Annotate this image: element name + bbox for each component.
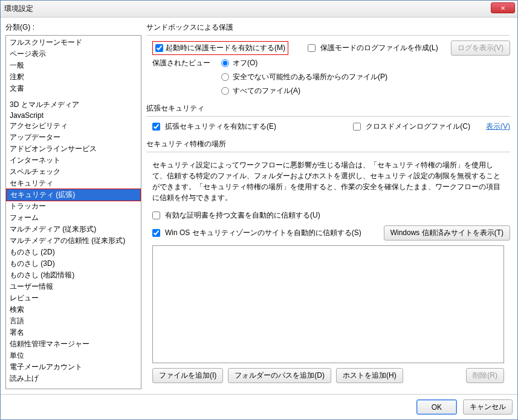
remove-button[interactable]: 削除(R) <box>466 368 504 383</box>
category-item[interactable]: JavaScript <box>6 111 141 120</box>
protected-view-all-label[interactable]: すべてのファイル(A) <box>233 86 300 96</box>
enhanced-enable-label[interactable]: 拡張セキュリティを有効にする(E) <box>165 121 276 132</box>
category-item[interactable]: 署名 <box>6 327 141 338</box>
category-item[interactable]: スペルチェック <box>6 166 141 178</box>
close-icon[interactable]: ✕ <box>491 2 515 13</box>
show-trusted-sites-button[interactable]: Windows 信頼済みサイトを表示(T) <box>384 225 510 241</box>
category-item[interactable]: ユーザー情報 <box>6 281 141 292</box>
category-item[interactable]: 注釈 <box>6 71 141 83</box>
create-log-checkbox[interactable] <box>308 44 316 52</box>
create-log-label[interactable]: 保護モードのログファイルを作成(L) <box>320 43 438 53</box>
category-item[interactable]: 文書 <box>6 83 141 94</box>
cancel-button[interactable]: キャンセル <box>463 399 513 415</box>
enhanced-show-link[interactable]: 表示(V) <box>486 121 510 132</box>
protected-view-all-radio[interactable] <box>221 87 229 95</box>
category-item[interactable]: アドビオンラインサービス <box>6 143 141 155</box>
category-item[interactable]: 信頼性管理マネージャー <box>6 338 141 350</box>
category-item[interactable]: レビュー <box>6 292 141 304</box>
category-item[interactable]: アクセシビリティ <box>6 120 141 132</box>
category-item[interactable]: マルチメディアの信頼性 (従来形式) <box>6 235 141 247</box>
enhanced-group-title: 拡張セキュリティ <box>146 103 510 114</box>
category-item[interactable]: アップデーター <box>6 132 141 143</box>
crossdomain-label[interactable]: クロスドメインログファイル(C) <box>366 121 470 132</box>
add-folder-button[interactable]: フォルダーのパスを追加(D) <box>228 368 331 383</box>
priv-description: セキュリティ設定によってワークフローに悪影響が生じる場合は、「セキュリティ特権の… <box>152 160 504 203</box>
category-item[interactable]: ものさし (地図情報) <box>6 270 141 281</box>
dialog-footer: OK キャンセル <box>1 394 517 419</box>
protected-view-off-radio[interactable] <box>221 59 229 67</box>
add-host-button[interactable]: ホストを追加(H) <box>336 368 403 383</box>
ok-button[interactable]: OK <box>416 399 457 415</box>
category-item[interactable]: フォーム <box>6 212 141 224</box>
category-item[interactable]: フルスクリーンモード <box>6 37 141 48</box>
enable-protected-checkbox[interactable] <box>155 44 163 52</box>
category-item[interactable]: 3D とマルチメディア <box>6 99 141 111</box>
category-item[interactable]: ものさし (2D) <box>6 247 141 258</box>
trust-winos-label[interactable]: Win OS セキュリティゾーンのサイトを自動的に信頼する(S) <box>165 228 361 238</box>
window-title: 環境設定 <box>4 4 33 14</box>
protected-view-label: 保護されたビュー <box>152 58 210 68</box>
priv-group-title: セキュリティ特権の場所 <box>146 139 510 149</box>
add-file-button[interactable]: ファイルを追加(I) <box>152 368 223 383</box>
privileged-locations-list[interactable] <box>152 245 504 363</box>
category-item[interactable]: 電子メールアカウント <box>6 361 141 373</box>
protected-view-unsafe-label[interactable]: 安全でない可能性のある場所からのファイル(P) <box>233 72 387 82</box>
category-item[interactable]: セキュリティ <box>6 178 141 189</box>
preferences-dialog: 環境設定 ✕ 分類(G) : フルスクリーンモードページ表示一般注釈文書3D と… <box>0 0 518 420</box>
category-item[interactable]: トラッカー <box>6 201 141 212</box>
category-item[interactable]: 検索 <box>6 304 141 315</box>
enable-protected-label[interactable]: 起動時に保護モードを有効にする(M) <box>166 43 285 53</box>
category-label: 分類(G) : <box>5 22 141 33</box>
category-item[interactable]: 単位 <box>6 350 141 361</box>
category-item[interactable]: 言語 <box>6 315 141 327</box>
category-item[interactable]: マルチメディア (従来形式) <box>6 224 141 235</box>
category-item[interactable]: ページ表示 <box>6 48 141 60</box>
trust-cert-label[interactable]: 有効な証明書を持つ文書を自動的に信頼する(U) <box>165 210 320 221</box>
trust-winos-checkbox[interactable] <box>152 229 160 237</box>
category-item[interactable]: 一般 <box>6 60 141 71</box>
category-item[interactable]: セキュリティ (拡張) <box>6 189 141 201</box>
category-list[interactable]: フルスクリーンモードページ表示一般注釈文書3D とマルチメディアJavaScri… <box>5 35 141 389</box>
category-item[interactable]: インターネット <box>6 155 141 166</box>
trust-cert-checkbox[interactable] <box>152 212 160 219</box>
show-log-button[interactable]: ログを表示(V) <box>451 40 510 56</box>
protected-view-off-label[interactable]: オフ(O) <box>233 58 257 68</box>
category-item[interactable]: 読み上げ <box>6 373 141 384</box>
crossdomain-checkbox[interactable] <box>353 123 361 131</box>
category-item[interactable]: ものさし (3D) <box>6 258 141 270</box>
enhanced-enable-checkbox[interactable] <box>152 123 160 131</box>
titlebar: 環境設定 ✕ <box>1 1 517 18</box>
enable-protected-highlight: 起動時に保護モードを有効にする(M) <box>152 41 288 55</box>
protected-view-unsafe-radio[interactable] <box>221 73 229 81</box>
sandbox-group-title: サンドボックスによる保護 <box>146 22 510 33</box>
